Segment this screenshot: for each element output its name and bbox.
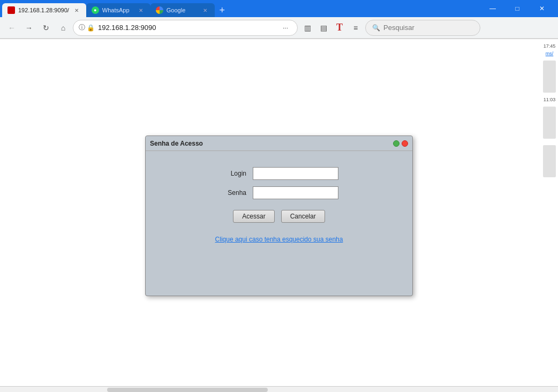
tab-1-title: 192.168.1.28:9090/ (18, 7, 69, 13)
sidebar-block-3 (543, 145, 556, 177)
home-button[interactable]: ⌂ (56, 20, 71, 35)
nav-right-icons: ▥ ▤ T ≡ (300, 20, 363, 35)
reload-button[interactable]: ↻ (39, 20, 54, 35)
search-icon: 🔍 (372, 24, 380, 32)
address-text[interactable]: 192.168.1.28:9090 (98, 24, 276, 32)
tab-3-title: Google (167, 7, 198, 13)
search-bar[interactable]: 🔍 (365, 20, 480, 36)
tab-bar: 192.168.1.28:9090/ ✕ ● WhatsApp ✕ Google… (0, 0, 477, 17)
sidebar-link[interactable]: ms/ (546, 51, 554, 56)
cancelar-button[interactable]: Cancelar (281, 210, 325, 223)
dialog-close-button[interactable] (402, 140, 408, 147)
login-input[interactable] (253, 167, 338, 180)
senha-row: Senha (220, 186, 338, 199)
tab-1-close[interactable]: ✕ (72, 6, 81, 14)
dialog-overlay: Senha de Acesso Login Senha (0, 39, 558, 392)
senha-label: Senha (220, 189, 246, 197)
senha-input[interactable] (253, 186, 338, 199)
sidebar-block-2 (543, 107, 556, 139)
tab-1-favicon (7, 6, 15, 14)
lock-icon: 🔒 (87, 24, 95, 32)
forgot-password-link[interactable]: Clique aqui caso tenha esquecido sua sen… (215, 236, 343, 243)
bottom-scrollbar[interactable] (0, 386, 558, 392)
title-bar: 192.168.1.28:9090/ ✕ ● WhatsApp ✕ Google… (0, 0, 558, 17)
maximize-button[interactable]: □ (506, 0, 529, 17)
window-controls: — □ ✕ (477, 0, 558, 17)
minimize-button[interactable]: — (481, 0, 504, 17)
library-icon[interactable]: ▥ (300, 20, 315, 35)
address-security-icons: ⓘ 🔒 (79, 23, 95, 32)
login-row: Login (220, 167, 338, 180)
tab-2[interactable]: ● WhatsApp ✕ (86, 3, 150, 17)
tab-2-favicon: ● (92, 6, 99, 14)
login-label: Login (220, 170, 246, 177)
back-button[interactable]: ← (4, 20, 19, 35)
address-menu-button[interactable]: ··· (279, 21, 292, 34)
close-button[interactable]: ✕ (530, 0, 554, 17)
sidebar-time-2: 11:03 (544, 97, 556, 102)
new-tab-button[interactable]: + (215, 3, 230, 17)
hamburger-menu[interactable]: ≡ (348, 20, 363, 35)
right-sidebar: 17:45 ms/ 11:03 (541, 39, 558, 392)
sidebar-time-1: 17:45 (544, 43, 556, 49)
nav-bar: ← → ↻ ⌂ ⓘ 🔒 192.168.1.28:9090 ··· ▥ ▤ T … (0, 17, 558, 39)
browser-chrome: 192.168.1.28:9090/ ✕ ● WhatsApp ✕ Google… (0, 0, 558, 39)
login-dialog: Senha de Acesso Login Senha (145, 135, 413, 296)
sidebar-block-1 (543, 61, 556, 93)
dialog-titlebar: Senha de Acesso (146, 136, 412, 151)
info-icon: ⓘ (79, 23, 85, 32)
tab-1[interactable]: 192.168.1.28:9090/ ✕ (2, 3, 86, 17)
scrollbar-thumb[interactable] (107, 388, 268, 392)
tab-3-close[interactable]: ✕ (201, 6, 209, 14)
reader-icon[interactable]: ▤ (316, 20, 331, 35)
font-button[interactable]: T (332, 20, 347, 35)
acessar-button[interactable]: Acessar (233, 210, 274, 223)
dialog-minimize-button[interactable] (393, 140, 399, 147)
page-content: 17:45 ms/ 11:03 Senha de Acesso L (0, 39, 558, 392)
form-section: Login Senha (220, 167, 338, 199)
tab-3-favicon (156, 6, 163, 14)
address-bar[interactable]: ⓘ 🔒 192.168.1.28:9090 ··· (73, 20, 298, 36)
dialog-title: Senha de Acesso (150, 140, 393, 147)
search-input[interactable] (383, 24, 473, 32)
tab-3[interactable]: Google ✕ (150, 3, 215, 17)
tab-2-close[interactable]: ✕ (137, 6, 145, 14)
forward-button[interactable]: → (21, 20, 36, 35)
dialog-body: Login Senha Acessar Cancelar Clique aqui… (146, 151, 412, 254)
button-row: Acessar Cancelar (233, 210, 325, 223)
tab-2-title: WhatsApp (102, 7, 133, 13)
dialog-controls (393, 140, 408, 147)
